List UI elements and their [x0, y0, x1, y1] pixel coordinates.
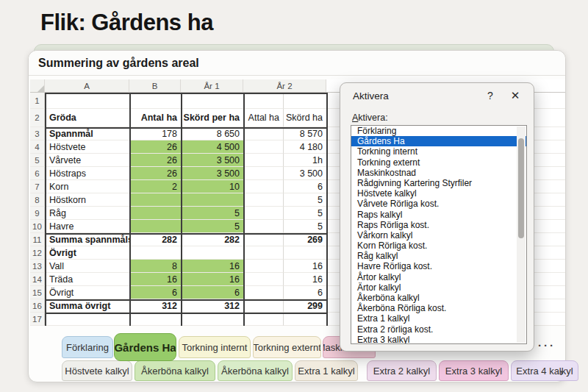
sheet-list-item[interactable]: Korn Rörliga kost.: [351, 240, 526, 251]
sheet-cell[interactable]: [284, 246, 326, 260]
sheet-list-item[interactable]: Torkning externt: [351, 157, 526, 168]
sheet-cell[interactable]: 312: [129, 299, 181, 313]
sheet-tab-torkning-externt[interactable]: Torkning externt: [253, 336, 321, 358]
sheet-cell[interactable]: Vall: [45, 260, 129, 273]
sheet-tab-extra-1-kalkyl[interactable]: Extra 1 kalkyl: [295, 360, 358, 381]
sheet-list-item[interactable]: Råg kalkyl: [351, 251, 526, 261]
row-number[interactable]: 12: [30, 246, 45, 260]
sheet-cell[interactable]: 16: [284, 273, 326, 286]
row-number[interactable]: 11: [30, 233, 45, 246]
sheet-list-item[interactable]: Årtor kalkyl: [351, 272, 526, 282]
sheet-tab-extra-2-kalkyl[interactable]: Extra 2 kalkyl: [367, 360, 437, 381]
sheet-cell[interactable]: [243, 233, 284, 246]
sheet-list-item[interactable]: Havre Rörliga kost.: [351, 261, 526, 271]
column-header[interactable]: A: [45, 79, 129, 93]
sheet-cell[interactable]: [181, 93, 243, 109]
sheet-list-item[interactable]: Åkerböna kalkyl: [351, 293, 526, 303]
help-button[interactable]: ?: [478, 85, 503, 106]
sheet-cell[interactable]: [129, 246, 181, 260]
sheet-cell[interactable]: 178: [129, 127, 181, 140]
sheet-cell[interactable]: [243, 140, 284, 154]
row-number[interactable]: 13: [30, 260, 45, 273]
sheet-cell[interactable]: 16: [181, 273, 243, 286]
select-all-corner[interactable]: [30, 79, 45, 93]
sheet-list-item[interactable]: Extra 1 kalkyl: [351, 313, 526, 324]
sheet-cell[interactable]: 5: [284, 193, 326, 207]
sheet-cell[interactable]: Summa spannmåls areal: [45, 233, 129, 246]
sheet-cell[interactable]: [243, 127, 284, 140]
row-number[interactable]: 17: [30, 313, 45, 326]
sheet-cell[interactable]: Övrigt: [45, 246, 129, 260]
sheet-tab-extra-3-kalkyl[interactable]: Extra 3 kalkyl: [439, 360, 509, 381]
sheet-cell[interactable]: 2: [129, 180, 181, 193]
sheet-list-item[interactable]: Höstvete kalkyl: [351, 188, 526, 199]
sheet-cell[interactable]: [243, 154, 284, 167]
sheet-list-item[interactable]: Maskinkostnad: [351, 168, 526, 178]
sheet-cell[interactable]: [243, 273, 284, 286]
sheet-cell[interactable]: 8 570: [284, 127, 326, 140]
sheet-cell[interactable]: [243, 220, 284, 233]
scrollbar[interactable]: [517, 126, 526, 343]
sheet-cell[interactable]: 16: [284, 260, 326, 273]
sheet-cell[interactable]: [243, 246, 284, 260]
sheet-cell[interactable]: [243, 260, 284, 273]
sheet-cell[interactable]: 6: [284, 180, 326, 193]
sheet-cell[interactable]: [129, 193, 181, 207]
sheet-cell[interactable]: 26: [129, 154, 181, 167]
row-number[interactable]: 10: [30, 220, 45, 233]
sheet-cell[interactable]: 5: [284, 220, 326, 233]
sheet-cell[interactable]: Höstraps: [45, 167, 129, 180]
sheet-tab-f-rklaring[interactable]: Förklaring: [62, 336, 113, 358]
tab-scroll-right-button[interactable]: ›: [553, 363, 570, 380]
column-header[interactable]: B: [129, 79, 181, 93]
sheet-cell[interactable]: 1h: [284, 154, 326, 167]
row-number[interactable]: 14: [30, 273, 45, 286]
row-number[interactable]: 1: [30, 93, 45, 109]
sheet-cell[interactable]: 6: [129, 286, 181, 299]
row-number[interactable]: 6: [30, 167, 45, 180]
sheet-cell[interactable]: [243, 207, 284, 220]
row-number[interactable]: 3: [30, 127, 45, 140]
sheet-tab-h-stvete-kalkyl[interactable]: Höstvete kalkyl: [62, 360, 132, 381]
sheet-cell[interactable]: Korn: [45, 180, 129, 193]
row-number[interactable]: 15: [30, 286, 45, 299]
sheet-list-item[interactable]: Rådgivning Kartering Styrfiler: [351, 178, 526, 188]
column-header[interactable]: År 1: [181, 79, 243, 93]
sheet-cell[interactable]: Attal ha: [243, 109, 284, 127]
sheet-cell[interactable]: [181, 246, 243, 260]
sheet-cell[interactable]: Vårvete: [45, 154, 129, 167]
sheet-list-item[interactable]: Raps Rörliga kost.: [351, 220, 526, 230]
sheet-cell[interactable]: [243, 180, 284, 193]
sheet-cell[interactable]: [284, 93, 326, 109]
sheet-cell[interactable]: [129, 93, 181, 109]
row-number[interactable]: 2: [30, 109, 45, 127]
sheet-cell[interactable]: 16: [181, 260, 243, 273]
sheet-cell[interactable]: [181, 193, 243, 207]
sheet-cell[interactable]: 282: [129, 233, 181, 246]
sheet-cell[interactable]: 8 650: [181, 127, 243, 140]
sheet-tab--kerb-na-kalkyl[interactable]: Åkerböna kalkyl: [135, 360, 215, 381]
sheet-cell[interactable]: Gröda: [45, 109, 129, 127]
sheet-list-item[interactable]: Åkerböna Rörliga kost.: [351, 303, 526, 313]
more-tabs-button[interactable]: ···: [538, 339, 556, 352]
row-number[interactable]: 4: [30, 140, 45, 154]
close-icon[interactable]: ✕: [503, 85, 528, 106]
sheet-cell[interactable]: Råg: [45, 207, 129, 220]
sheet-cell[interactable]: [243, 286, 284, 299]
sheet-list-item[interactable]: Vårkorn kalkyl: [351, 230, 526, 240]
sheet-cell[interactable]: 6: [284, 286, 326, 299]
sheet-cell[interactable]: 299: [284, 299, 326, 313]
sheet-cell[interactable]: [129, 313, 181, 326]
sheet-tab-torkning-internt[interactable]: Torkning internt: [179, 336, 251, 358]
sheet-cell[interactable]: 5: [181, 207, 243, 220]
sheet-cell[interactable]: Träda: [45, 273, 129, 286]
sheet-cell[interactable]: [129, 207, 181, 220]
sheet-cell[interactable]: [243, 167, 284, 180]
sheet-cell[interactable]: Summa övrigt: [45, 299, 129, 313]
sheet-cell[interactable]: 3 500: [181, 154, 243, 167]
sheet-cell[interactable]: 4 500: [181, 140, 243, 154]
sheet-tab-g-rdens-ha[interactable]: Gårdens Ha: [114, 333, 176, 361]
sheet-list-item[interactable]: Vårvete Rörliga kost.: [351, 199, 526, 209]
sheet-cell[interactable]: 26: [129, 140, 181, 154]
sheet-cell[interactable]: [243, 93, 284, 109]
